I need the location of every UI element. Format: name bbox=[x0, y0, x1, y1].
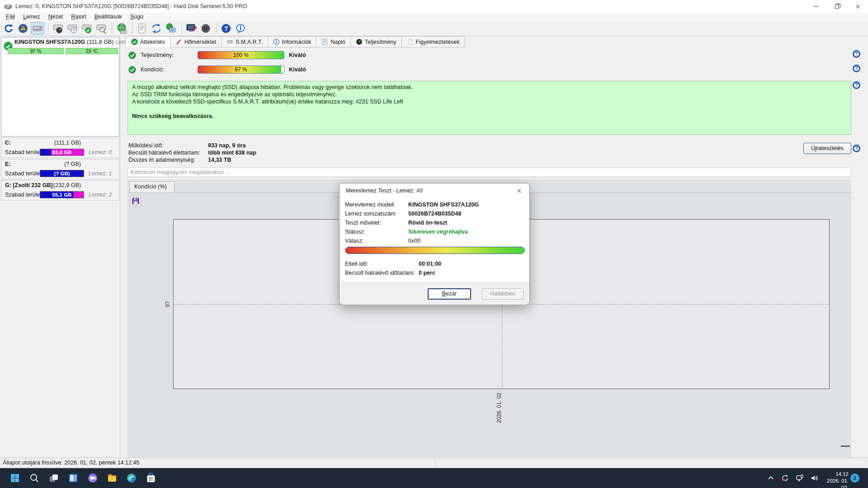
statusbar: Állapot utoljára frissítve: 2026. 01. 02… bbox=[0, 457, 868, 468]
close-button[interactable] bbox=[847, 0, 868, 13]
performance-row: Teljesítmény: 100 % Kiváló bbox=[121, 51, 306, 60]
menu-report[interactable]: Riport bbox=[67, 13, 90, 20]
edge-button[interactable] bbox=[126, 472, 137, 484]
help-retest-icon[interactable]: ? bbox=[853, 145, 860, 152]
info-button[interactable] bbox=[234, 22, 247, 35]
world-disk-button[interactable] bbox=[115, 22, 128, 35]
chart-tab-condition[interactable]: Kondíció (%) bbox=[129, 181, 175, 192]
teams-chat-icon bbox=[87, 473, 98, 483]
taskbar-icons bbox=[9, 472, 157, 484]
tray-clock[interactable]: 14:12 2026. 01. 02. bbox=[818, 471, 849, 488]
toolbar-separator bbox=[132, 23, 132, 34]
menu-help[interactable]: Súgó bbox=[126, 13, 147, 20]
report-button[interactable] bbox=[135, 22, 149, 35]
tab-performance[interactable]: Teljesítmény bbox=[351, 36, 401, 47]
help-performance-icon[interactable]: ? bbox=[853, 50, 860, 58]
report-icon bbox=[137, 23, 147, 34]
window-title: Lemez: 0, KINGSTON SHFS37A120G [50026B72… bbox=[15, 3, 247, 9]
disk-list-item-kingston[interactable]: KINGSTON SHFS37A120G(111,8 GB)Lemez 97 %… bbox=[1, 38, 119, 56]
chart-scrollbar-thumb[interactable] bbox=[841, 446, 850, 447]
y-axis-tick: 97 bbox=[165, 297, 171, 311]
refresh-icon bbox=[3, 23, 14, 34]
menu-disk[interactable]: Lemez bbox=[19, 13, 44, 20]
file-explorer-button[interactable] bbox=[106, 472, 118, 484]
disk-search-button[interactable] bbox=[94, 22, 108, 35]
disk-warning-icon bbox=[18, 23, 28, 34]
maximize-button[interactable] bbox=[826, 0, 847, 13]
tab-overview[interactable]: Áttekintés bbox=[126, 36, 170, 47]
test-progress-bar bbox=[345, 247, 525, 254]
partition-g[interactable]: G: [Zsolti 232 GB] (232,9 GB) Szabad ter… bbox=[1, 180, 119, 201]
system-tray: 14:12 2026. 01. 02. 2 bbox=[760, 468, 868, 488]
speaker-button[interactable] bbox=[199, 22, 212, 35]
menubar: Fájl Lemez Nézet Riport Beállítások Súgó bbox=[0, 13, 868, 21]
disk-check-button[interactable] bbox=[80, 22, 94, 35]
minimize-button[interactable] bbox=[806, 0, 826, 13]
search-button[interactable] bbox=[28, 472, 40, 484]
partition-letter: G: [Zsolti 232 GB] bbox=[5, 182, 53, 188]
network-computer-button[interactable] bbox=[164, 22, 178, 35]
partition-usage-bar: 55,1 GB bbox=[40, 191, 84, 198]
refresh-button[interactable] bbox=[2, 22, 15, 35]
tray-sync-alert-icon[interactable] bbox=[781, 474, 789, 482]
save-icon bbox=[132, 197, 139, 205]
disk-gauge-icon bbox=[52, 23, 63, 34]
check-circle-icon bbox=[128, 52, 136, 59]
dialog-test-type-row: Teszt művelet:Rövid ön-teszt bbox=[345, 220, 447, 228]
menu-settings[interactable]: Beállítások bbox=[90, 13, 126, 20]
disk-gauge-button[interactable] bbox=[51, 22, 65, 35]
mail-refresh-button[interactable] bbox=[150, 22, 163, 35]
disk-model-value: KINGSTON SHFS37A120G bbox=[408, 202, 479, 208]
health-summary-line: A mozgó alkatrész nélküli meghajtó (SSD)… bbox=[132, 84, 847, 91]
performance-rating: Kiváló bbox=[289, 52, 306, 58]
elapsed-time-row: Eltelt idő:00:01:00 bbox=[345, 261, 441, 269]
comment-field[interactable]: Kattintson megjegyzés megadásához ... bbox=[127, 168, 851, 177]
menu-file[interactable]: Fájl bbox=[2, 13, 19, 20]
check-circle-icon bbox=[128, 66, 136, 74]
dialog-close-button[interactable] bbox=[509, 183, 529, 198]
help-status-text-icon[interactable]: ? bbox=[853, 81, 860, 89]
check-circle-icon bbox=[131, 38, 138, 45]
stat-label: Becsült hátralévő élettartam: bbox=[128, 150, 208, 156]
task-view-icon bbox=[48, 473, 59, 483]
tray-network-display-icon[interactable] bbox=[796, 474, 804, 482]
folder-icon bbox=[107, 473, 118, 483]
menu-view[interactable]: Nézet bbox=[44, 13, 67, 20]
stat-label: Működési idő: bbox=[128, 142, 208, 149]
widgets-button[interactable] bbox=[67, 472, 79, 484]
disk-warning-button[interactable] bbox=[16, 22, 30, 35]
disk-list: KINGSTON SHFS37A120G(111,8 GB)Lemez 97 %… bbox=[1, 37, 119, 136]
disk-icon bbox=[226, 38, 233, 45]
tab-log[interactable]: Napló bbox=[316, 36, 351, 47]
notification-badge[interactable]: 2 bbox=[850, 474, 859, 483]
disk-monitor-button[interactable] bbox=[31, 22, 44, 35]
close-test-button[interactable]: Bezár bbox=[428, 288, 471, 300]
chat-button[interactable] bbox=[87, 472, 99, 484]
store-button[interactable] bbox=[145, 472, 157, 484]
partition-e[interactable]: E: (? GB) Szabad terület (? GB) Lemez: 1 bbox=[1, 159, 119, 179]
mail-refresh-icon bbox=[151, 23, 162, 34]
close-icon bbox=[517, 188, 522, 193]
tray-speaker-icon[interactable] bbox=[810, 474, 818, 482]
tray-chevron-up-icon[interactable] bbox=[767, 474, 775, 482]
start-button[interactable] bbox=[9, 472, 21, 484]
help-condition-icon[interactable]: ? bbox=[853, 65, 860, 72]
tab-smart[interactable]: S.M.A.R.T. bbox=[222, 36, 268, 47]
partition-c[interactable]: C: (111,1 GB) Szabad terület 83,8 GB Lem… bbox=[1, 138, 119, 158]
retest-button[interactable]: Újratesztelés bbox=[803, 143, 851, 154]
toolbar-separator bbox=[48, 23, 48, 34]
save-chart-button[interactable] bbox=[130, 196, 141, 206]
widgets-icon bbox=[68, 473, 79, 483]
tab-information[interactable]: Információk bbox=[268, 36, 317, 47]
response-value: 0x00 bbox=[408, 238, 420, 244]
tab-temperature[interactable]: Hőmérséklet bbox=[170, 36, 222, 47]
partition-size: (111,1 GB) bbox=[54, 140, 81, 146]
dialog-titlebar: Merevlemez Teszt - Lemez: #0 bbox=[340, 183, 529, 198]
disk-clock-button[interactable] bbox=[66, 22, 79, 35]
help-button[interactable]: ? bbox=[219, 22, 233, 35]
info-icon bbox=[273, 38, 280, 45]
app-icon bbox=[4, 3, 12, 10]
tab-alerts[interactable]: Figyelmeztetések bbox=[402, 36, 465, 47]
monitor-settings-button[interactable] bbox=[184, 22, 198, 35]
task-view-button[interactable] bbox=[48, 472, 60, 484]
